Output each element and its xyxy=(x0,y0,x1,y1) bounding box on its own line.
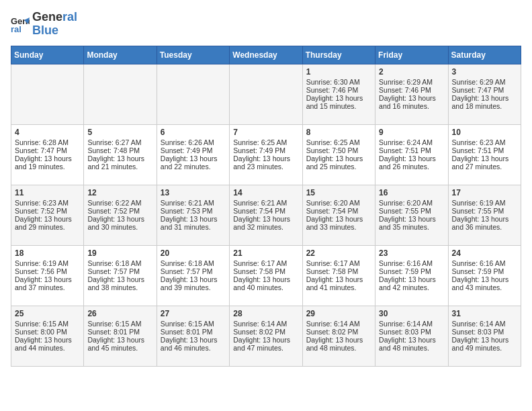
day-number: 22 xyxy=(306,248,371,258)
cell-text: Daylight: 13 hours and 16 minutes. xyxy=(379,94,444,110)
cell-text: Sunset: 7:47 PM xyxy=(15,146,80,154)
cell-text: Sunrise: 6:29 AM xyxy=(379,78,444,86)
cell-text: Sunset: 7:57 PM xyxy=(87,267,152,275)
cell-text: Sunset: 7:55 PM xyxy=(379,207,444,215)
day-number: 24 xyxy=(452,248,517,258)
day-number: 1 xyxy=(306,67,371,77)
cell-text: Daylight: 13 hours and 32 minutes. xyxy=(233,215,298,231)
calendar-cell: 31Sunrise: 6:14 AMSunset: 8:03 PMDayligh… xyxy=(448,306,521,366)
cell-text: Daylight: 13 hours and 41 minutes. xyxy=(306,275,371,291)
day-number: 12 xyxy=(87,188,152,197)
cell-text: Sunset: 7:46 PM xyxy=(306,86,371,94)
cell-text: Sunrise: 6:25 AM xyxy=(233,138,298,146)
page-header: Gene ral General Blue xyxy=(11,11,521,38)
calendar-cell: 3Sunrise: 6:29 AMSunset: 7:47 PMDaylight… xyxy=(448,64,521,124)
cell-text: Sunrise: 6:30 AM xyxy=(306,78,371,86)
calendar-cell: 23Sunrise: 6:16 AMSunset: 7:59 PMDayligh… xyxy=(375,245,448,306)
cell-text: Sunrise: 6:26 AM xyxy=(161,138,226,146)
cell-text: Sunset: 7:49 PM xyxy=(233,146,298,154)
day-number: 14 xyxy=(233,188,298,197)
calendar-cell: 19Sunrise: 6:18 AMSunset: 7:57 PMDayligh… xyxy=(84,245,157,306)
cell-text: Sunset: 7:51 PM xyxy=(452,146,517,154)
cell-text: Daylight: 13 hours and 35 minutes. xyxy=(379,215,444,231)
cell-text: Daylight: 13 hours and 33 minutes. xyxy=(306,215,371,231)
cell-text: Sunrise: 6:14 AM xyxy=(452,320,517,328)
cell-text: Sunrise: 6:15 AM xyxy=(87,320,152,328)
cell-text: Sunset: 7:46 PM xyxy=(379,86,444,94)
cell-text: Daylight: 13 hours and 19 minutes. xyxy=(15,154,80,171)
calendar-cell: 27Sunrise: 6:15 AMSunset: 8:01 PMDayligh… xyxy=(157,306,229,366)
cell-text: Daylight: 13 hours and 36 minutes. xyxy=(452,215,517,231)
weekday-header-sunday: Sunday xyxy=(11,46,84,64)
cell-text: Sunrise: 6:25 AM xyxy=(306,138,371,146)
day-number: 3 xyxy=(452,67,517,77)
day-number: 27 xyxy=(161,309,226,318)
calendar-cell: 1Sunrise: 6:30 AMSunset: 7:46 PMDaylight… xyxy=(302,64,375,124)
weekday-header-monday: Monday xyxy=(84,46,157,64)
cell-text: Sunset: 7:58 PM xyxy=(306,267,371,275)
calendar-cell: 18Sunrise: 6:19 AMSunset: 7:56 PMDayligh… xyxy=(11,245,84,306)
cell-text: Sunrise: 6:22 AM xyxy=(87,199,152,207)
cell-text: Sunset: 7:51 PM xyxy=(379,146,444,154)
cell-text: Sunset: 7:58 PM xyxy=(233,267,298,275)
cell-text: Daylight: 13 hours and 43 minutes. xyxy=(452,275,517,291)
calendar-cell: 13Sunrise: 6:21 AMSunset: 7:53 PMDayligh… xyxy=(157,185,229,245)
calendar-cell: 12Sunrise: 6:22 AMSunset: 7:52 PMDayligh… xyxy=(84,185,157,245)
calendar-cell: 17Sunrise: 6:19 AMSunset: 7:55 PMDayligh… xyxy=(448,185,521,245)
weekday-header-tuesday: Tuesday xyxy=(157,46,229,64)
day-number: 5 xyxy=(87,128,152,137)
day-number: 4 xyxy=(15,128,80,137)
calendar-cell: 26Sunrise: 6:15 AMSunset: 8:01 PMDayligh… xyxy=(84,306,157,366)
cell-text: Sunset: 7:50 PM xyxy=(306,146,371,154)
cell-text: Sunrise: 6:17 AM xyxy=(233,259,298,267)
calendar-cell: 20Sunrise: 6:18 AMSunset: 7:57 PMDayligh… xyxy=(157,245,229,306)
calendar-cell: 2Sunrise: 6:29 AMSunset: 7:46 PMDaylight… xyxy=(375,64,448,124)
calendar-cell: 4Sunrise: 6:28 AMSunset: 7:47 PMDaylight… xyxy=(11,124,84,185)
calendar-cell xyxy=(11,64,84,124)
cell-text: Daylight: 13 hours and 42 minutes. xyxy=(379,275,444,291)
day-number: 11 xyxy=(15,188,80,197)
cell-text: Sunset: 7:52 PM xyxy=(87,207,152,215)
calendar-cell: 7Sunrise: 6:25 AMSunset: 7:49 PMDaylight… xyxy=(230,124,302,185)
calendar-cell: 25Sunrise: 6:15 AMSunset: 8:00 PMDayligh… xyxy=(11,306,84,366)
cell-text: Sunrise: 6:14 AM xyxy=(306,320,371,328)
cell-text: Sunset: 7:53 PM xyxy=(161,207,226,215)
calendar-cell xyxy=(84,64,157,124)
weekday-header-saturday: Saturday xyxy=(448,46,521,64)
cell-text: Sunrise: 6:29 AM xyxy=(452,78,517,86)
cell-text: Daylight: 13 hours and 27 minutes. xyxy=(452,154,517,171)
calendar-cell: 22Sunrise: 6:17 AMSunset: 7:58 PMDayligh… xyxy=(302,245,375,306)
cell-text: Daylight: 13 hours and 30 minutes. xyxy=(87,215,152,231)
cell-text: Daylight: 13 hours and 22 minutes. xyxy=(161,154,226,171)
cell-text: Sunset: 8:02 PM xyxy=(306,328,371,336)
cell-text: Daylight: 13 hours and 29 minutes. xyxy=(15,215,80,231)
cell-text: Daylight: 13 hours and 31 minutes. xyxy=(161,215,226,231)
day-number: 21 xyxy=(233,248,298,258)
cell-text: Sunset: 7:47 PM xyxy=(452,86,517,94)
cell-text: Sunrise: 6:18 AM xyxy=(161,259,226,267)
cell-text: Daylight: 13 hours and 44 minutes. xyxy=(15,336,80,352)
cell-text: Sunset: 7:54 PM xyxy=(233,207,298,215)
calendar-table: SundayMondayTuesdayWednesdayThursdayFrid… xyxy=(11,46,521,367)
cell-text: Sunrise: 6:18 AM xyxy=(87,259,152,267)
cell-text: Sunrise: 6:14 AM xyxy=(379,320,444,328)
cell-text: Sunrise: 6:20 AM xyxy=(306,199,371,207)
cell-text: Sunset: 7:54 PM xyxy=(306,207,371,215)
cell-text: Daylight: 13 hours and 47 minutes. xyxy=(233,336,298,352)
cell-text: Sunset: 7:52 PM xyxy=(15,207,80,215)
cell-text: Daylight: 13 hours and 37 minutes. xyxy=(15,275,80,291)
cell-text: Sunset: 8:02 PM xyxy=(233,328,298,336)
calendar-cell: 6Sunrise: 6:26 AMSunset: 7:49 PMDaylight… xyxy=(157,124,229,185)
cell-text: Sunrise: 6:16 AM xyxy=(452,259,517,267)
logo-text: General Blue xyxy=(32,11,77,38)
cell-text: Daylight: 13 hours and 46 minutes. xyxy=(161,336,226,352)
cell-text: Daylight: 13 hours and 49 minutes. xyxy=(452,336,517,352)
cell-text: Sunrise: 6:15 AM xyxy=(161,320,226,328)
cell-text: Sunset: 7:49 PM xyxy=(161,146,226,154)
cell-text: Sunrise: 6:21 AM xyxy=(161,199,226,207)
day-number: 29 xyxy=(306,309,371,318)
day-number: 2 xyxy=(379,67,444,77)
cell-text: Daylight: 13 hours and 48 minutes. xyxy=(379,336,444,352)
calendar-cell: 9Sunrise: 6:24 AMSunset: 7:51 PMDaylight… xyxy=(375,124,448,185)
weekday-header-wednesday: Wednesday xyxy=(230,46,302,64)
